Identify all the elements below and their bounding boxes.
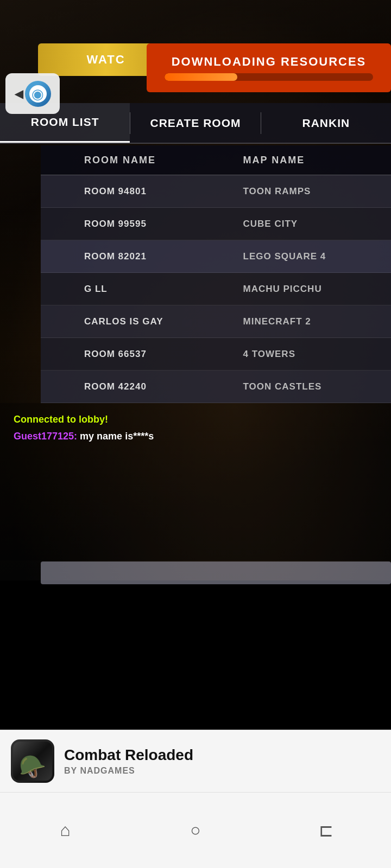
- chat-username: Guest177125:: [14, 431, 77, 442]
- download-progress-background: [165, 73, 373, 81]
- table-row[interactable]: ROOM 94801 TOON RAMPS: [41, 175, 391, 208]
- col-header-map-name: MAP NAME: [232, 155, 392, 166]
- download-title: DOWNLOADING RESOURCES: [172, 55, 367, 69]
- nav-home-icon: ○: [190, 820, 200, 840]
- map-name-col: MACHU PICCHU: [232, 284, 392, 295]
- room-name-col: ROOM 99595: [41, 219, 232, 229]
- map-name-header-label: MAP NAME: [243, 155, 305, 165]
- chat-text: my name is****s: [80, 431, 154, 442]
- app-store-bar: 🪖 Combat Reloaded BY NADGAMES: [0, 730, 391, 792]
- room-name-header-label: ROOM NAME: [84, 155, 156, 165]
- room-name-col: G LL: [41, 284, 232, 295]
- map-name-text: TOON CASTLES: [243, 381, 322, 392]
- table-row[interactable]: CARLOS IS GAY MINECRAFT 2: [41, 305, 391, 338]
- nav-recents-icon: ⊏: [319, 820, 333, 841]
- map-name-text: MACHU PICCHU: [243, 284, 322, 294]
- app-developer-label: BY NADGAMES: [64, 766, 193, 776]
- watch-label: WATC: [86, 53, 125, 67]
- room-name-text: ROOM 94801: [84, 186, 147, 196]
- room-name-col: ROOM 42240: [41, 381, 232, 392]
- app-name-label: Combat Reloaded: [64, 746, 193, 764]
- chat-area: Connected to lobby! Guest177125: my name…: [0, 403, 391, 560]
- room-name-text: ROOM 99595: [84, 219, 147, 229]
- room-name-text: CARLOS IS GAY: [84, 316, 163, 327]
- map-name-col: MINECRAFT 2: [232, 316, 392, 327]
- back-arrow-icon: ◀: [15, 87, 23, 100]
- chat-connected-message: Connected to lobby!: [14, 414, 377, 425]
- room-name-col: CARLOS IS GAY: [41, 316, 232, 327]
- download-resources-bar: DOWNLOADING RESOURCES: [147, 43, 391, 92]
- map-name-col: 4 TOWERS: [232, 349, 392, 360]
- map-name-col: CUBE CITY: [232, 219, 392, 229]
- back-button[interactable]: ◀: [5, 73, 60, 114]
- tab-room-list-label: ROOM LIST: [31, 116, 99, 129]
- map-name-col: TOON RAMPS: [232, 186, 392, 197]
- map-name-text: MINECRAFT 2: [243, 316, 311, 327]
- table-row[interactable]: G LL MACHU PICCHU: [41, 273, 391, 305]
- room-name-text: G LL: [84, 284, 108, 294]
- tab-create-room-label: CREATE ROOM: [150, 117, 241, 130]
- tab-ranking[interactable]: RANKIN: [261, 103, 391, 143]
- map-name-text: 4 TOWERS: [243, 349, 295, 359]
- chat-input-bar[interactable]: [41, 561, 391, 584]
- tab-ranking-label: RANKIN: [302, 117, 350, 130]
- table-header: ROOM NAME MAP NAME: [41, 145, 391, 175]
- room-name-text: ROOM 42240: [84, 381, 147, 392]
- room-list: ROOM 94801 TOON RAMPS ROOM 99595 CUBE CI…: [41, 175, 391, 403]
- tab-create-room[interactable]: CREATE ROOM: [130, 103, 260, 143]
- nav-recents-button[interactable]: ⊏: [310, 814, 342, 847]
- app-icon: 🪖: [11, 739, 54, 783]
- app-info: Combat Reloaded BY NADGAMES: [64, 746, 193, 776]
- nav-home-button[interactable]: ○: [179, 814, 212, 847]
- room-name-col: ROOM 66537: [41, 349, 232, 360]
- table-row[interactable]: ROOM 42240 TOON CASTLES: [41, 371, 391, 403]
- room-name-text: ROOM 82021: [84, 251, 147, 261]
- col-header-room-name: ROOM NAME: [41, 155, 232, 166]
- app-icon-soldier: 🪖: [19, 754, 46, 780]
- map-name-text: CUBE CITY: [243, 219, 298, 229]
- map-name-col: LEGO SQUARE 4: [232, 251, 392, 262]
- map-name-text: LEGO SQUARE 4: [243, 251, 326, 261]
- table-row[interactable]: ROOM 99595 CUBE CITY: [41, 208, 391, 240]
- nav-back-icon: ⌂: [60, 820, 70, 840]
- nav-back-button[interactable]: ⌂: [49, 814, 81, 847]
- avatar-face: [29, 85, 47, 103]
- map-name-col: TOON CASTLES: [232, 381, 392, 392]
- chat-message: Guest177125: my name is****s: [14, 431, 377, 442]
- app-icon-image: 🪖: [13, 742, 52, 781]
- room-name-text: ROOM 66537: [84, 349, 147, 359]
- avatar: [25, 81, 51, 107]
- room-name-col: ROOM 94801: [41, 186, 232, 197]
- table-row[interactable]: ROOM 66537 4 TOWERS: [41, 338, 391, 371]
- download-progress-fill: [165, 73, 237, 81]
- system-nav-bar: ⌂ ○ ⊏: [0, 792, 391, 868]
- table-row[interactable]: ROOM 82021 LEGO SQUARE 4: [41, 240, 391, 273]
- map-name-text: TOON RAMPS: [243, 186, 311, 196]
- room-name-col: ROOM 82021: [41, 251, 232, 262]
